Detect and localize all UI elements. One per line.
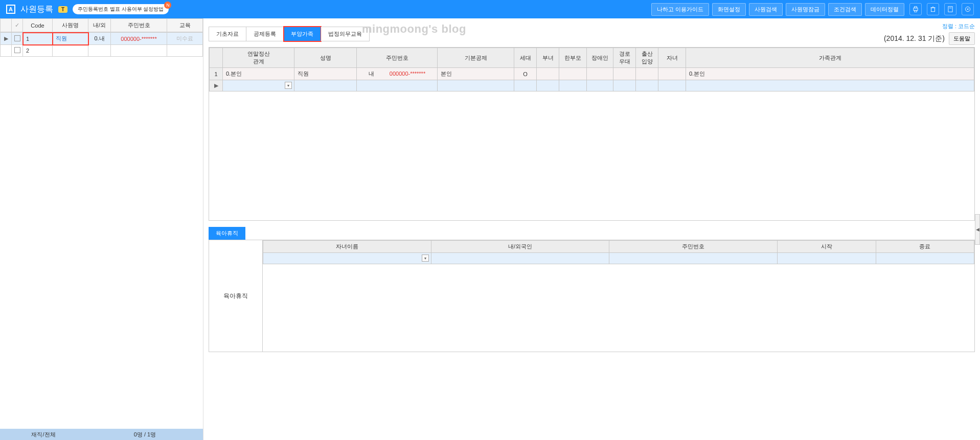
col-basic[interactable]: 기본공제 bbox=[438, 48, 514, 68]
table-row[interactable]: ▶ 1 직원 0.내 000000-******* 미수료 bbox=[1, 33, 203, 45]
col-child[interactable]: 자녀 bbox=[658, 48, 686, 68]
app-header: A 사원등록 T 주민등록번호 별표 사용여부 설정방법 N 나하고 이용가이드… bbox=[0, 0, 980, 18]
lv-col-foreign[interactable]: 내/외국인 bbox=[431, 241, 609, 253]
col-single[interactable]: 한부모 bbox=[559, 48, 587, 68]
guide-button[interactable]: 나하고 이용가이드 bbox=[651, 3, 709, 16]
svg-rect-2 bbox=[915, 10, 917, 12]
condition-search-button[interactable]: 조건검색 bbox=[828, 3, 862, 16]
employee-lock-button[interactable]: 사원명잠금 bbox=[786, 3, 825, 16]
col-jumin[interactable]: 주민번호 bbox=[111, 19, 167, 32]
col-edu[interactable]: 교육 bbox=[167, 19, 203, 32]
cell-relation[interactable]: 0.본인 bbox=[223, 68, 294, 80]
col-disable[interactable]: 장애인 bbox=[587, 48, 613, 68]
notice-link[interactable]: 주민등록번호 별표 사용여부 설정방법 N bbox=[73, 4, 169, 14]
cell-sede[interactable]: O bbox=[514, 68, 537, 80]
employee-list-panel: ✓ Code 사원명 내/외 주민번호 교육 ▶ 1 직원 0.내 000000… bbox=[0, 18, 203, 440]
col-family[interactable]: 가족관계 bbox=[686, 48, 974, 68]
data-sort-button[interactable]: 데이터정렬 bbox=[865, 3, 904, 16]
screen-settings-button[interactable]: 화면설정 bbox=[712, 3, 746, 16]
new-badge: N bbox=[164, 2, 171, 9]
sort-link[interactable]: 정렬 : 코드순 bbox=[942, 23, 975, 29]
svg-rect-1 bbox=[915, 7, 917, 8]
row-num: 1 bbox=[210, 68, 223, 80]
dropdown-icon[interactable]: ▾ bbox=[422, 254, 429, 262]
dependents-grid[interactable]: 연말정산 관계 성명 주민번호 기본공제 세대 부녀 한부모 장애인 경로 우대… bbox=[209, 47, 975, 221]
col-bunyo[interactable]: 부녀 bbox=[537, 48, 559, 68]
employee-list-body[interactable]: ▶ 1 직원 0.내 000000-******* 미수료 2 bbox=[0, 32, 203, 57]
table-row[interactable]: ▶ ▾ bbox=[210, 80, 974, 91]
cell-code[interactable]: 2 bbox=[23, 45, 53, 57]
tab-deduction[interactable]: 공제등록 bbox=[246, 27, 284, 41]
table-row[interactable]: 1 0.본인 직원 내000000-******* 본인 O 0.본인 bbox=[210, 68, 974, 80]
cell-basic[interactable]: 본인 bbox=[438, 68, 514, 80]
leave-section: 육아휴직 자녀이름 내/외국인 주민번호 시작 종료 bbox=[209, 240, 975, 352]
col-check[interactable]: ✓ bbox=[12, 19, 23, 32]
col-depjumin[interactable]: 주민번호 bbox=[357, 48, 438, 68]
col-code[interactable]: Code bbox=[23, 19, 53, 32]
svg-rect-6 bbox=[948, 7, 952, 12]
lv-col-end[interactable]: 종료 bbox=[876, 241, 974, 253]
table-row[interactable]: 2 bbox=[1, 45, 203, 57]
tab-basic[interactable]: 기초자료 bbox=[209, 27, 246, 41]
col-arrow bbox=[1, 19, 12, 32]
col-sede[interactable]: 세대 bbox=[514, 48, 537, 68]
lv-cell-childname[interactable]: ▾ bbox=[263, 253, 431, 264]
col-birth[interactable]: 출산 입양 bbox=[636, 48, 658, 68]
dropdown-icon[interactable]: ▾ bbox=[285, 82, 292, 89]
cell-edu[interactable]: 미수료 bbox=[167, 33, 203, 45]
tag-badge: T bbox=[58, 6, 67, 13]
col-elder[interactable]: 경로 우대 bbox=[613, 48, 636, 68]
col-inout[interactable]: 내/외 bbox=[88, 19, 111, 32]
detail-panel: 기초자료 공제등록 부양가족 법정의무교육 mingmoong's blog 정… bbox=[203, 18, 980, 440]
app-icon: A bbox=[6, 5, 15, 14]
cell-inout[interactable]: 0.내 bbox=[88, 33, 111, 45]
cell-jumin[interactable]: 000000-******* bbox=[111, 33, 167, 45]
row-checkbox[interactable] bbox=[12, 33, 23, 45]
cell-name[interactable]: 직원 bbox=[53, 33, 88, 45]
cell-relation-input[interactable]: ▾ bbox=[223, 80, 294, 91]
footer-label: 재직/전체 bbox=[0, 431, 87, 438]
cell-depname[interactable]: 직원 bbox=[294, 68, 357, 80]
employee-search-button[interactable]: 사원검색 bbox=[749, 3, 783, 16]
leave-grid[interactable]: 자녀이름 내/외국인 주민번호 시작 종료 ▾ bbox=[263, 240, 974, 264]
cell-depjumin[interactable]: 내000000-******* bbox=[357, 68, 438, 80]
detail-tabs: 기초자료 공제등록 부양가족 법정의무교육 bbox=[209, 27, 370, 41]
print-icon[interactable] bbox=[909, 3, 922, 15]
cell-code[interactable]: 1 bbox=[23, 33, 53, 45]
col-name[interactable]: 사원명 bbox=[53, 19, 88, 32]
subtab-leave[interactable]: 육아휴직 bbox=[209, 227, 245, 240]
page-title: 사원등록 bbox=[20, 4, 53, 15]
lv-col-childname[interactable]: 자녀이름 bbox=[263, 241, 431, 253]
date-standard: (2014. 12. 31 기준) bbox=[884, 34, 945, 43]
cell-family[interactable]: 0.본인 bbox=[686, 68, 974, 80]
help-button[interactable]: 도움말 bbox=[949, 32, 975, 45]
employee-list-footer: 재직/전체 0명 / 1명 bbox=[0, 429, 203, 440]
tab-dependents[interactable]: 부양가족 bbox=[284, 27, 321, 41]
lv-col-start[interactable]: 시작 bbox=[778, 241, 876, 253]
col-relation[interactable]: 연말정산 관계 bbox=[223, 48, 294, 68]
employee-list-header: ✓ Code 사원명 내/외 주민번호 교육 bbox=[0, 18, 203, 32]
footer-count: 0명 / 1명 bbox=[87, 431, 203, 438]
collapse-handle[interactable]: ◀ bbox=[975, 214, 980, 245]
svg-rect-3 bbox=[931, 8, 935, 12]
leave-side-label: 육아휴직 bbox=[209, 240, 263, 352]
row-indicator: ▶ bbox=[210, 80, 223, 91]
lv-col-jumin[interactable]: 주민번호 bbox=[609, 241, 778, 253]
close-icon[interactable] bbox=[962, 3, 974, 15]
tab-legal-edu[interactable]: 법정의무교육 bbox=[321, 27, 370, 41]
svg-rect-0 bbox=[914, 8, 918, 11]
col-depname[interactable]: 성명 bbox=[294, 48, 357, 68]
trash-icon[interactable] bbox=[927, 3, 939, 15]
row-indicator: ▶ bbox=[1, 33, 12, 45]
row-checkbox[interactable] bbox=[12, 45, 23, 57]
calculator-icon[interactable] bbox=[944, 3, 956, 15]
watermark: mingmoong's blog bbox=[362, 22, 466, 36]
table-row[interactable]: ▾ bbox=[263, 253, 974, 264]
notice-text: 주민등록번호 별표 사용여부 설정방법 bbox=[78, 6, 164, 12]
